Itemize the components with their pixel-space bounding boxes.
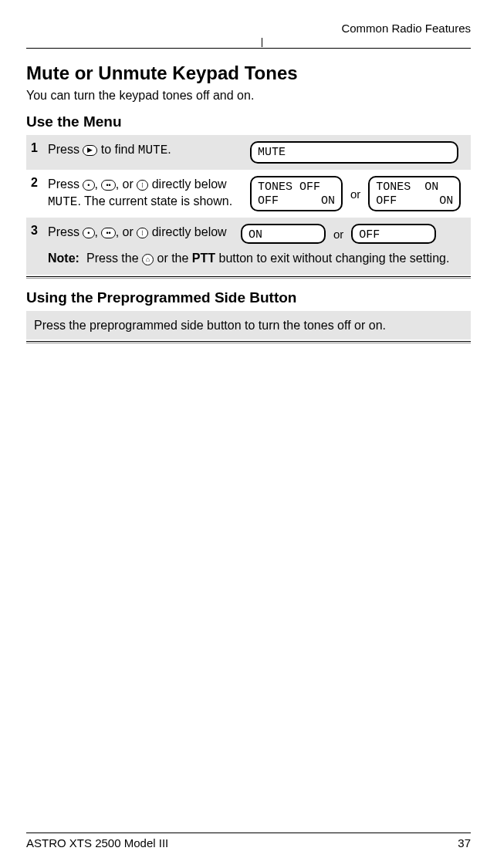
lcd-mute: MUTE: [250, 141, 458, 164]
lcd-on: ON: [321, 194, 335, 208]
note-row: Note: Press the ⌂ or the PTT button to e…: [48, 250, 466, 267]
header-rule: [26, 38, 471, 49]
intro-text: You can turn the keypad tones off and on…: [26, 89, 471, 103]
lcd-tones-on: TONES ON OFF ON: [368, 176, 461, 211]
lcd-line1: TONES ON: [376, 181, 453, 194]
step-text: Press ▶ to find MUTE.: [48, 141, 250, 160]
code: MUTE: [48, 195, 77, 209]
softkey-3-icon: ⁝: [137, 228, 148, 238]
footer-model: ASTRO XTS 2500 Model III: [26, 836, 168, 849]
note-text: Press the ⌂ or the PTT button to exit wi…: [86, 250, 449, 267]
softkey-2-icon: ••: [101, 228, 115, 238]
softkey-2-icon: ••: [101, 180, 115, 191]
t: . The current state is shown.: [77, 194, 232, 208]
t: Press: [48, 143, 83, 156]
t: directly below: [148, 225, 226, 238]
running-header: Common Radio Features: [26, 22, 471, 35]
t: Press the: [86, 252, 142, 265]
t: or the: [154, 252, 192, 265]
step-display: TONES OFF OFF ON or TONES ON OFF ON: [250, 176, 466, 211]
t: Press: [48, 225, 83, 238]
t: , or: [116, 177, 137, 191]
t: to find: [97, 143, 137, 156]
t: ,: [95, 177, 102, 191]
note-label: Note:: [48, 250, 86, 267]
step-text: Press •, ••, or ⁝ directly below MUTE. T…: [48, 176, 250, 211]
lcd-off: OFF: [376, 194, 397, 208]
t: .: [167, 143, 171, 156]
t: button to exit without changing the sett…: [215, 252, 449, 265]
t: ,: [95, 225, 102, 238]
t: , or: [116, 225, 137, 238]
section-side-button: Using the Preprogrammed Side Button: [26, 289, 471, 306]
step-number: 1: [31, 141, 48, 155]
home-icon: ⌂: [142, 254, 154, 265]
section-end-rule: [26, 276, 471, 279]
ptt-label: PTT: [192, 252, 215, 265]
step-number: 2: [31, 176, 48, 190]
t: Press: [48, 177, 83, 191]
t: directly below: [148, 177, 226, 191]
footer-page: 37: [458, 836, 471, 849]
step-2: 2 Press •, ••, or ⁝ directly below MUTE.…: [26, 170, 471, 218]
step-3: 3 Press •, ••, or ⁝ directly below ON or…: [26, 218, 471, 275]
softkey-1-icon: •: [83, 180, 94, 191]
step-1: 1 Press ▶ to find MUTE. MUTE: [26, 135, 471, 170]
softkey-1-icon: •: [83, 228, 94, 238]
step-text: Press •, ••, or ⁝ directly below: [48, 224, 241, 241]
lcd-on: ON: [439, 194, 453, 208]
page-body: Common Radio Features Mute or Unmute Key…: [0, 0, 497, 343]
code: MUTE: [138, 144, 167, 157]
lcd-off: OFF: [351, 224, 436, 244]
step-number: 3: [31, 224, 48, 238]
side-button-text: Press the preprogrammed side button to t…: [26, 311, 471, 340]
lcd-on: ON: [241, 224, 326, 244]
step-display: MUTE: [250, 141, 466, 164]
steps-table: 1 Press ▶ to find MUTE. MUTE 2 Press •, …: [26, 135, 471, 279]
nav-right-icon: ▶: [83, 145, 97, 156]
lcd-off: OFF: [258, 194, 279, 208]
page-title: Mute or Unmute Keypad Tones: [26, 62, 471, 84]
section-end-rule: [26, 341, 471, 343]
lcd-line1: TONES OFF: [258, 181, 335, 194]
page-footer: ASTRO XTS 2500 Model III 37: [26, 833, 471, 849]
or-label: or: [333, 228, 343, 241]
section-use-menu: Use the Menu: [26, 113, 471, 130]
lcd-tones-off: TONES OFF OFF ON: [250, 176, 343, 211]
softkey-3-icon: ⁝: [137, 180, 148, 191]
step-display: ON or OFF: [241, 224, 457, 244]
or-label: or: [350, 187, 360, 201]
